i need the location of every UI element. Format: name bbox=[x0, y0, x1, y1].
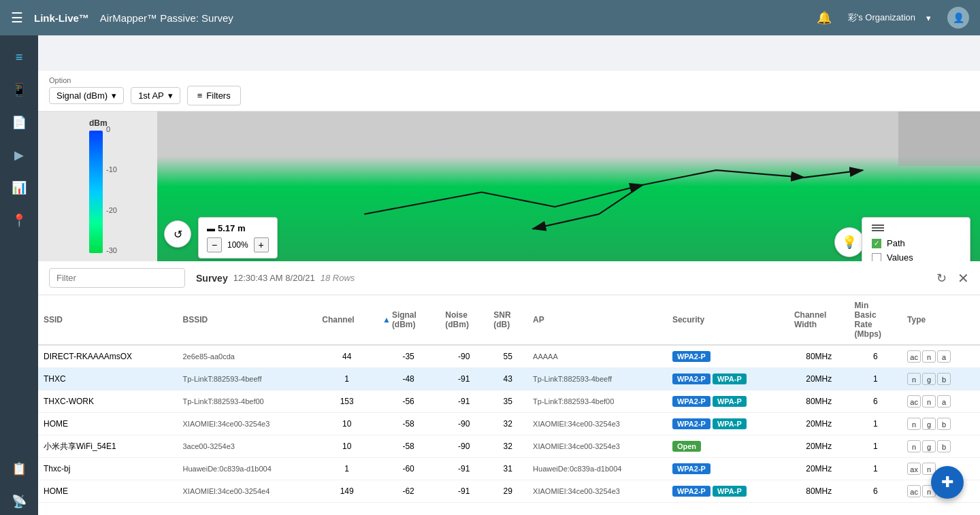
org-name[interactable]: 彩's Organization bbox=[848, 12, 915, 24]
sidebar-item-chart[interactable]: 📊 bbox=[5, 174, 33, 201]
filter-input[interactable] bbox=[49, 268, 185, 288]
legend-label: Path bbox=[887, 238, 905, 248]
col-signal[interactable]: ▲ Signal(dBm) bbox=[377, 295, 440, 345]
cell-channel: 10 bbox=[316, 413, 377, 435]
table-row[interactable]: THXC-WORKTp-LinkT:882593-4bef00153-56-91… bbox=[38, 391, 980, 413]
cell-min-basic-rate: 6 bbox=[849, 480, 902, 503]
security-badge: WPA-P bbox=[713, 486, 747, 497]
cell-bssid: XIAOMIEl:34ce00-3254e4 bbox=[177, 480, 316, 503]
type-badge: ac bbox=[907, 350, 921, 363]
cell-snr: 55 bbox=[488, 345, 527, 368]
dbm-tick-30: -30 bbox=[106, 246, 117, 254]
table-row[interactable]: DIRECT-RKAAAAmsOX2e6e85-aa0cda44-35-9055… bbox=[38, 345, 980, 368]
cell-min-basic-rate: 1 bbox=[849, 435, 902, 458]
cell-signal: -58 bbox=[377, 435, 440, 458]
security-badge: WPA2-P bbox=[672, 418, 710, 429]
security-badge: WPA-P bbox=[713, 396, 747, 407]
close-button[interactable]: ✕ bbox=[958, 270, 969, 286]
cell-signal: -60 bbox=[377, 458, 440, 480]
cell-bssid: HuaweiDe:0c839a-d1b004 bbox=[177, 458, 316, 480]
cell-noise: -91 bbox=[440, 480, 488, 503]
legend-item-path[interactable]: ✓Path bbox=[872, 238, 960, 248]
cell-ap: XIAOMIEl:34ce00-3254e3 bbox=[527, 413, 667, 435]
zoom-plus-button[interactable]: + bbox=[254, 237, 269, 252]
cell-signal: -35 bbox=[377, 345, 440, 368]
table-row[interactable]: HOMEXIAOMIEl:34ce00-3254e4149-62-9129XIA… bbox=[38, 480, 980, 503]
zoom-distance: ▬ 5.17 m bbox=[207, 223, 269, 233]
table-scroll[interactable]: SSID BSSID Channel ▲ Signal(dBm) Noise(d… bbox=[38, 295, 980, 515]
cell-channel-width: 80MHz bbox=[789, 391, 849, 413]
legend-checkbox[interactable]: ✓ bbox=[872, 239, 881, 248]
type-badge: n bbox=[907, 418, 921, 430]
hamburger-icon[interactable]: ☰ bbox=[11, 10, 23, 26]
avatar[interactable]: 👤 bbox=[947, 7, 969, 29]
cell-channel-width: 20MHz bbox=[789, 458, 849, 480]
security-badge: WPA2-P bbox=[672, 373, 710, 384]
map-reset-button[interactable]: ↺ bbox=[164, 220, 191, 248]
legend-toggle-button[interactable]: 💡 bbox=[834, 227, 864, 257]
legend-checkbox[interactable] bbox=[872, 253, 881, 262]
col-security: Security bbox=[667, 295, 789, 345]
cell-snr: 31 bbox=[488, 458, 527, 480]
type-badge: n bbox=[922, 350, 936, 363]
legend-header bbox=[872, 225, 960, 233]
survey-label: Survey bbox=[196, 273, 228, 284]
cell-bssid: Tp-LinkT:882593-4bef00 bbox=[177, 391, 316, 413]
cell-channel: 153 bbox=[316, 391, 377, 413]
sidebar-item-file[interactable]: 📋 bbox=[5, 455, 33, 482]
filters-button[interactable]: ≡ Filters bbox=[187, 86, 241, 105]
legend-item-values[interactable]: Values bbox=[872, 252, 960, 261]
fab-icon: ✚ bbox=[941, 474, 953, 491]
type-badge: ax bbox=[907, 463, 921, 475]
legend-lines-icon bbox=[872, 225, 884, 233]
type-badge: g bbox=[922, 418, 936, 430]
sidebar-item-document[interactable]: 📄 bbox=[5, 109, 33, 136]
bottom-panel: Survey 12:30:43 AM 8/20/21 18 Rows ↻ ✕ S… bbox=[38, 261, 980, 515]
bell-icon[interactable]: 🔔 bbox=[817, 10, 832, 25]
sidebar-item-rss[interactable]: 📡 bbox=[5, 488, 33, 515]
lightbulb-icon: 💡 bbox=[842, 235, 857, 250]
map-container: dBm 0 -10 -20 -30 bbox=[38, 112, 980, 261]
zoom-minus-button[interactable]: − bbox=[207, 237, 222, 252]
cell-bssid: 3ace00-3254e3 bbox=[177, 435, 316, 458]
sidebar-item-device[interactable]: 📱 bbox=[5, 76, 33, 103]
cell-signal: -62 bbox=[377, 480, 440, 503]
cell-channel: 10 bbox=[316, 435, 377, 458]
type-badge: g bbox=[922, 440, 936, 452]
table-row[interactable]: THXCTp-LinkT:882593-4beeff1-48-9143Tp-Li… bbox=[38, 368, 980, 391]
col-bssid: BSSID bbox=[177, 295, 316, 345]
sidebar-item-location[interactable]: 📍 bbox=[5, 207, 33, 234]
fab-button[interactable]: ✚ bbox=[931, 466, 964, 499]
cell-noise: -90 bbox=[440, 413, 488, 435]
cell-min-basic-rate: 1 bbox=[849, 413, 902, 435]
signal-select-value: Signal (dBm) bbox=[56, 90, 108, 101]
cell-ap: Tp-LinkT:882593-4beeff bbox=[527, 368, 667, 391]
cell-type: ngb bbox=[902, 368, 980, 391]
sidebar-item-list[interactable]: ≡ bbox=[5, 44, 33, 71]
security-badge: WPA2-P bbox=[672, 396, 710, 407]
cell-ap: HuaweiDe:0c839a-d1b004 bbox=[527, 458, 667, 480]
chevron-down-icon[interactable]: ▾ bbox=[926, 13, 931, 23]
cell-security: WPA2-P bbox=[667, 345, 789, 368]
type-badge: ac bbox=[907, 395, 921, 408]
survey-time: 12:30:43 AM 8/20/21 bbox=[233, 273, 315, 283]
cell-noise: -91 bbox=[440, 391, 488, 413]
cell-min-basic-rate: 1 bbox=[849, 368, 902, 391]
table-body: DIRECT-RKAAAAmsOX2e6e85-aa0cda44-35-9055… bbox=[38, 345, 980, 503]
reset-icon: ↺ bbox=[174, 228, 182, 241]
table-row[interactable]: HOMEXIAOMIEl:34ce00-3254e310-58-9032XIAO… bbox=[38, 413, 980, 435]
top-nav: ☰ Link-Live™ AirMapper™ Passive: Survey … bbox=[0, 0, 980, 35]
sidebar-item-play[interactable]: ▶ bbox=[5, 142, 33, 169]
refresh-button[interactable]: ↻ bbox=[936, 271, 947, 286]
cell-ssid: THXC bbox=[38, 368, 177, 391]
cell-bssid: Tp-LinkT:882593-4beeff bbox=[177, 368, 316, 391]
cell-channel: 1 bbox=[316, 458, 377, 480]
table-row[interactable]: Thxc-bjHuaweiDe:0c839a-d1b0041-60-9131Hu… bbox=[38, 458, 980, 480]
type-badge: g bbox=[922, 373, 936, 385]
table-row[interactable]: 小米共享WiFi_54E13ace00-3254e310-58-9032XIAO… bbox=[38, 435, 980, 458]
type-badge: n bbox=[922, 395, 936, 408]
survey-rows: 18 Rows bbox=[321, 273, 355, 283]
ap-select[interactable]: 1st AP ▾ bbox=[131, 87, 180, 104]
signal-select[interactable]: Signal (dBm) ▾ bbox=[49, 87, 124, 104]
table-header-row: SSID BSSID Channel ▲ Signal(dBm) Noise(d… bbox=[38, 295, 980, 345]
